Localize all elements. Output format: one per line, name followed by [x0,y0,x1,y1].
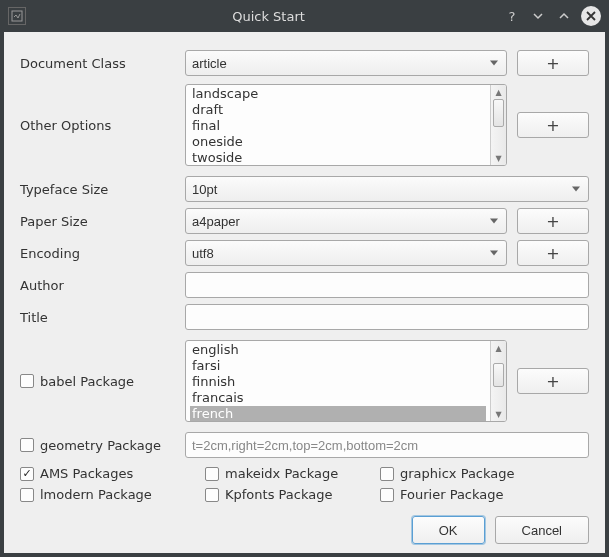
ams-checkbox[interactable] [20,467,34,481]
geometry-input[interactable] [185,432,589,458]
author-input[interactable] [185,272,589,298]
other-options-list[interactable]: landscapedraftfinalonesidetwoside ▲ ▼ [185,84,507,166]
lmodern-checkbox[interactable] [20,488,34,502]
kpfonts-checkbox[interactable] [205,488,219,502]
graphicx-label: graphicx Package [400,466,515,481]
dialog-body: Document Class article + Other Options l… [4,32,605,553]
document-class-add-button[interactable]: + [517,50,589,76]
babel-package-row: babel Package [20,374,185,389]
close-button[interactable] [581,6,601,26]
graphicx-package-row[interactable]: graphicx Package [380,466,589,481]
makeidx-checkbox[interactable] [205,467,219,481]
title-input[interactable] [185,304,589,330]
geometry-label: geometry Package [40,438,161,453]
maximize-button[interactable] [555,7,573,25]
list-item[interactable]: francais [190,390,486,406]
title-label: Title [20,310,185,325]
scroll-up-icon[interactable]: ▲ [491,85,506,99]
scroll-down-icon[interactable]: ▼ [491,407,506,421]
scroll-down-icon[interactable]: ▼ [491,151,506,165]
list-item[interactable]: farsi [190,358,486,374]
paper-size-combo[interactable]: a4paper [185,208,507,234]
help-button[interactable]: ? [503,7,521,25]
fourier-label: Fourier Package [400,487,504,502]
graphicx-checkbox[interactable] [380,467,394,481]
list-item[interactable]: final [190,118,486,134]
ok-button[interactable]: OK [412,516,485,544]
makeidx-label: makeidx Package [225,466,338,481]
cancel-button[interactable]: Cancel [495,516,589,544]
lmodern-label: lmodern Package [40,487,152,502]
geometry-package-row: geometry Package [20,438,185,453]
minimize-button[interactable] [529,7,547,25]
paper-size-label: Paper Size [20,214,185,229]
list-item[interactable]: landscape [190,86,486,102]
titlebar: Quick Start ? [0,0,609,32]
other-options-label: Other Options [20,118,185,133]
typeface-size-label: Typeface Size [20,182,185,197]
babel-add-button[interactable]: + [517,368,589,394]
fourier-package-row[interactable]: Fourier Package [380,487,589,502]
fourier-checkbox[interactable] [380,488,394,502]
babel-language-list[interactable]: englishfarsifinnishfrancaisfrench ▲ ▼ [185,340,507,422]
typeface-size-combo[interactable]: 10pt [185,176,589,202]
ams-label: AMS Packages [40,466,133,481]
scrollbar[interactable]: ▲ ▼ [490,85,506,165]
list-item[interactable]: french [190,406,486,421]
makeidx-package-row[interactable]: makeidx Package [205,466,360,481]
list-item[interactable]: draft [190,102,486,118]
geometry-checkbox[interactable] [20,438,34,452]
list-item[interactable]: oneside [190,134,486,150]
list-item[interactable]: finnish [190,374,486,390]
app-icon [8,7,26,25]
list-item[interactable]: english [190,342,486,358]
babel-checkbox[interactable] [20,374,34,388]
babel-label: babel Package [40,374,134,389]
list-item[interactable]: twoside [190,150,486,165]
other-options-add-button[interactable]: + [517,112,589,138]
document-class-label: Document Class [20,56,185,71]
window-title: Quick Start [34,9,503,24]
scroll-up-icon[interactable]: ▲ [491,341,506,355]
scrollbar[interactable]: ▲ ▼ [490,341,506,421]
kpfonts-label: Kpfonts Package [225,487,332,502]
author-label: Author [20,278,185,293]
ams-packages-row[interactable]: AMS Packages [20,466,185,481]
paper-size-add-button[interactable]: + [517,208,589,234]
encoding-label: Encoding [20,246,185,261]
encoding-combo[interactable]: utf8 [185,240,507,266]
encoding-add-button[interactable]: + [517,240,589,266]
document-class-combo[interactable]: article [185,50,507,76]
kpfonts-package-row[interactable]: Kpfonts Package [205,487,360,502]
lmodern-package-row[interactable]: lmodern Package [20,487,185,502]
